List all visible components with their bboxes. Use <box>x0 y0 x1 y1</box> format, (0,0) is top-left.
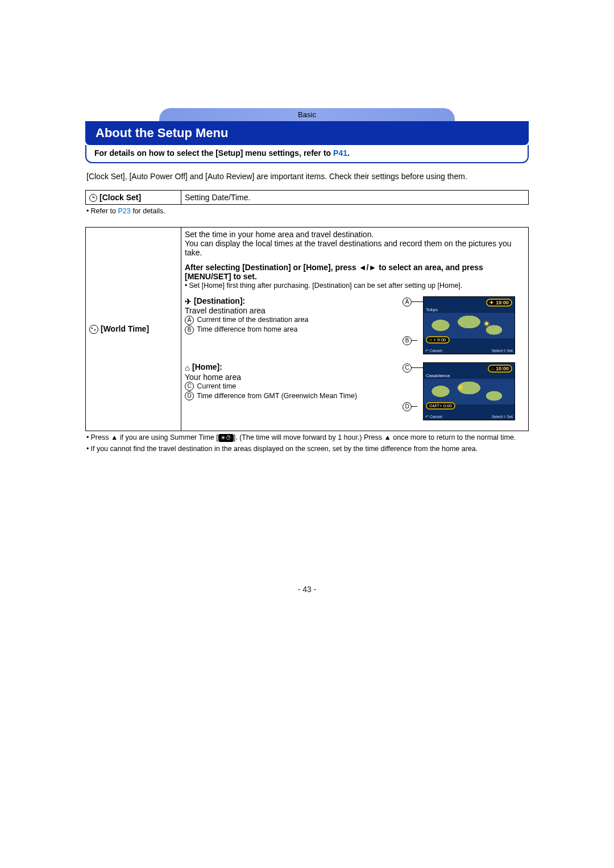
worldtime-label: [World Time] <box>101 324 149 333</box>
dest-item-a: A Current time of the destination area <box>185 315 410 325</box>
callout-letter-a: A <box>403 297 413 307</box>
lcd-cancel: ↶ Cancel <box>425 349 442 353</box>
home-item-c: C Current time <box>185 382 410 391</box>
lcd-select-set: Select ◊ Set <box>492 415 513 419</box>
map-marker-icon <box>485 322 488 325</box>
worldtime-line1: Set the time in your home area and trave… <box>185 230 525 239</box>
plane-icon: ✈ <box>185 297 192 306</box>
circled-a-icon: A <box>403 297 412 307</box>
details-suffix: . <box>347 148 350 158</box>
lcd-home-city: Casablanca <box>426 373 450 378</box>
callout-letter-c: C <box>403 363 413 373</box>
lcd-cancel: ↶ Cancel <box>425 415 442 419</box>
manual-page: Basic About the Setup Menu For details o… <box>74 0 540 617</box>
bullet-icon <box>185 281 189 291</box>
lcd-time-value: 10:00 <box>496 366 509 371</box>
page-link-p23[interactable]: P23 <box>118 207 130 215</box>
bullet-icon <box>86 444 91 454</box>
section-header: Basic <box>159 108 455 121</box>
map-marker-icon <box>459 386 462 389</box>
circled-c-icon: C <box>403 363 412 373</box>
area-fallback-note: If you cannot find the travel destinatio… <box>86 444 528 454</box>
lcd-select-set: Select ◊ Set <box>492 349 513 353</box>
lcd-footer: ↶ Cancel Select ◊ Set <box>424 415 515 419</box>
note1-part1: Press ▲ if you are using Summer Time [ <box>91 433 218 441</box>
lcd-home-diff: GMT+ 0:00 <box>426 402 455 410</box>
home-icon: ⌂ <box>185 363 190 373</box>
home-item-d: D Time difference from GMT (Greenwich Me… <box>185 391 410 401</box>
home-c-text: Current time <box>197 382 236 390</box>
details-text: For details on how to select the [Setup]… <box>94 148 333 158</box>
bullet-icon <box>86 433 91 443</box>
worldtime-label-cell: [World Time] <box>86 228 181 431</box>
clock-icon <box>89 194 97 202</box>
clockset-table: [Clock Set] Setting Date/Time. <box>85 190 529 205</box>
clockset-desc: Setting Date/Time. <box>181 190 529 204</box>
callout-line <box>412 406 417 407</box>
home-d-text: Time difference from GMT (Greenwich Mean… <box>197 392 357 400</box>
globe-icon <box>89 325 98 334</box>
world-map-icon <box>424 313 515 338</box>
circled-a-icon: A <box>185 316 194 325</box>
worldtime-content: Set the time in your home area and trave… <box>181 228 529 431</box>
home-lcd: ⌂ 10:00 Casablanca GMT+ 0:00 ↶ Cancel Se… <box>423 362 515 420</box>
home-label: [Home]: <box>192 362 222 371</box>
dest-b-text: Time difference from home area <box>197 325 297 333</box>
circled-d-icon: D <box>403 402 412 411</box>
table-row: [Clock Set] Setting Date/Time. <box>86 190 529 204</box>
lcd-home-time: ⌂ 10:00 <box>488 365 512 373</box>
lcd-diff-value: + 9:00 <box>433 337 446 342</box>
worldtime-instruction: After selecting [Destination] or [Home],… <box>185 263 525 281</box>
dest-a-text: Current time of the destination area <box>197 316 308 324</box>
left-right-arrow-icon: ◄/► <box>359 263 377 272</box>
destination-row: ✈[Destination]: Travel destination area … <box>185 296 525 362</box>
circled-c-icon: C <box>185 382 194 391</box>
note1-part2: ]. (The time will move forward by 1 hour… <box>234 433 516 441</box>
lcd-dest-diff: ⌂ + 9:00 <box>426 336 450 344</box>
dest-item-b: B Time difference from home area <box>185 325 410 334</box>
dest-desc: Travel destination area <box>185 306 410 315</box>
destination-lcd: ✈ 19:00 Tokyo ⌂ + 9:00 ↶ Cancel Select ◊… <box>423 296 515 354</box>
refer-suffix: for details. <box>131 207 165 215</box>
destination-heading: ✈[Destination]: <box>185 296 410 306</box>
world-map-icon <box>424 379 515 404</box>
callout-letter-b: B <box>403 336 413 345</box>
lcd-dest-city: Tokyo <box>426 307 438 312</box>
subnote-text: Set [Home] first thing after purchasing.… <box>189 282 463 290</box>
worldtime-line2: You can display the local times at the t… <box>185 239 525 257</box>
page-link-p41[interactable]: P41 <box>333 148 347 158</box>
page-title: About the Setup Menu <box>85 121 529 145</box>
circled-b-icon: B <box>185 325 194 334</box>
home-heading: ⌂[Home]: <box>185 362 410 373</box>
dest-label: [Destination]: <box>194 296 245 305</box>
worldtime-subnote: Set [Home] first thing after purchasing.… <box>185 281 525 291</box>
refer-prefix: Refer to <box>91 207 118 215</box>
clockset-label-cell: [Clock Set] <box>86 190 181 204</box>
circled-b-icon: B <box>403 336 412 345</box>
circled-d-icon: D <box>185 391 194 400</box>
refer-note: Refer to P23 for details. <box>86 206 528 216</box>
note2-text: If you cannot find the travel destinatio… <box>91 445 478 453</box>
page-number: - 43 - <box>85 585 529 594</box>
worldtime-table: [World Time] Set the time in your home a… <box>85 227 529 431</box>
instr-part1: After selecting [Destination] or [Home],… <box>185 263 359 272</box>
home-lcd-wrap: C D ⌂ 10:00 Casablanca GMT+ 0:00 <box>414 362 525 420</box>
lcd-time-value: 19:00 <box>496 300 509 305</box>
summer-time-icon: ☀⏱ <box>218 434 234 442</box>
lcd-dest-time: ✈ 19:00 <box>486 299 512 307</box>
home-row: ⌂[Home]: Your home area C Current time D… <box>185 362 525 428</box>
lcd-footer: ↶ Cancel Select ◊ Set <box>424 349 515 353</box>
table-row: [World Time] Set the time in your home a… <box>86 228 529 431</box>
callout-letter-d: D <box>403 402 413 411</box>
home-desc: Your home area <box>185 373 410 382</box>
bullet-icon <box>86 206 91 216</box>
clockset-label: [Clock Set] <box>99 193 141 202</box>
callout-line <box>412 340 417 341</box>
intro-paragraph: [Clock Set], [Auto Power Off] and [Auto … <box>86 171 528 182</box>
destination-lcd-wrap: A B ✈ 19:00 Tokyo ⌂ + 9:00 <box>414 296 525 354</box>
details-reference: For details on how to select the [Setup]… <box>85 145 529 163</box>
summer-time-note: Press ▲ if you are using Summer Time [☀⏱… <box>86 433 528 443</box>
